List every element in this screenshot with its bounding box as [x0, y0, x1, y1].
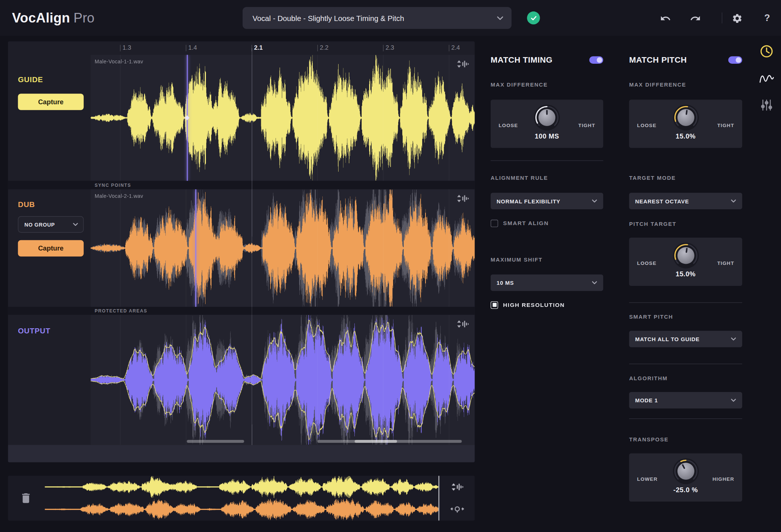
- checkbox-unchecked-icon: [491, 220, 498, 227]
- timing-view-button[interactable]: [757, 41, 777, 61]
- timing-max-difference-knob[interactable]: [533, 104, 561, 132]
- match-pitch-title: MATCH PITCH: [629, 55, 687, 64]
- toggle-knob: [736, 57, 741, 63]
- dub-capture-button[interactable]: Capture: [18, 240, 84, 257]
- sliders-icon: [760, 99, 773, 112]
- smart-pitch-dropdown[interactable]: MATCH ALL TO GUIDE: [629, 331, 742, 347]
- processed-region-indicator[interactable]: [187, 440, 244, 443]
- protected-areas-strip: PROTECTED AREAS: [8, 307, 475, 315]
- waveform-scale-icon: [457, 320, 469, 328]
- maximum-shift-label: MAXIMUM SHIFT: [491, 256, 543, 262]
- pitch-view-button[interactable]: [757, 68, 777, 88]
- gear-icon: [732, 13, 743, 24]
- trash-icon: [20, 492, 32, 505]
- delete-button[interactable]: [8, 476, 44, 521]
- chevron-down-icon: [497, 16, 504, 20]
- chevron-down-icon: [731, 337, 736, 340]
- match-timing-panel: MATCH TIMING MAX DIFFERENCE LOOSE TIGHT …: [491, 41, 603, 325]
- output-waveform-area[interactable]: [91, 315, 474, 445]
- algorithm-dropdown[interactable]: MODE 1: [629, 392, 742, 409]
- output-track: OUTPUT: [8, 315, 475, 445]
- brand-suffix: Pro: [74, 10, 95, 26]
- overview-scale-button[interactable]: [439, 476, 475, 498]
- lower-label: LOWER: [637, 476, 658, 482]
- dub-track-header: DUB NO GROUP Capture: [8, 189, 91, 307]
- dub-file-name: Male-Vocal-2-1.wav: [95, 193, 143, 199]
- transpose-label: TRANSPOSE: [629, 436, 669, 442]
- high-resolution-checkbox[interactable]: HIGH RESOLUTION: [491, 301, 565, 309]
- tight-label: TIGHT: [578, 123, 595, 128]
- smart-align-checkbox[interactable]: SMART ALIGN: [491, 219, 549, 227]
- tight-label: TIGHT: [717, 123, 734, 128]
- pitch-target-control: LOOSE TIGHT 15.0%: [629, 238, 742, 286]
- waveform-scale-icon[interactable]: [457, 320, 469, 330]
- match-timing-toggle[interactable]: [589, 56, 603, 63]
- vocalign-window: VocAlign Pro Vocal - Double - Slightly L…: [0, 0, 781, 532]
- waveform-scale-icon[interactable]: [457, 194, 469, 204]
- dub-sync-marker[interactable]: [195, 189, 196, 307]
- zoom-icon: [450, 505, 464, 514]
- high-resolution-label: HIGH RESOLUTION: [503, 302, 565, 308]
- dub-group-dropdown[interactable]: NO GROUP: [18, 216, 84, 233]
- timing-max-difference-control: LOOSE TIGHT 100 MS: [491, 99, 603, 148]
- guide-waveform[interactable]: [91, 55, 474, 181]
- guide-track-header: GUIDE Capture: [8, 55, 91, 181]
- sync-points-strip: SYNC POINTS: [8, 181, 475, 189]
- loose-label: LOOSE: [498, 123, 518, 128]
- preset-saved-status-icon: [527, 11, 540, 24]
- redo-icon: [690, 13, 701, 24]
- undo-icon: [660, 13, 671, 24]
- loose-label: LOOSE: [637, 260, 656, 266]
- chevron-down-icon: [592, 281, 597, 284]
- alignment-rule-dropdown[interactable]: NORMAL FLEXIBILITY: [491, 193, 603, 209]
- pitch-target-value: 15.0%: [629, 270, 742, 278]
- timing-max-difference-value: 100 MS: [491, 133, 603, 140]
- algorithm-label: ALGORITHM: [629, 375, 668, 381]
- settings-view-button[interactable]: [757, 95, 777, 115]
- waveform-scale-icon[interactable]: [457, 60, 469, 70]
- guide-waveform-area[interactable]: Male-Vocal-1-1.wav: [91, 55, 474, 181]
- undo-button[interactable]: [659, 12, 672, 25]
- chevron-down-icon: [731, 199, 736, 203]
- app-logo: VocAlign Pro: [12, 0, 94, 36]
- match-timing-title: MATCH TIMING: [491, 55, 553, 64]
- guide-capture-button[interactable]: Capture: [18, 94, 84, 110]
- maximum-shift-dropdown[interactable]: 10 MS: [491, 274, 603, 291]
- max-difference-label: MAX DIFFERENCE: [491, 82, 548, 88]
- waveform-scale-icon: [457, 60, 469, 68]
- divider: [629, 364, 742, 364]
- pitch-max-difference-value: 15.0%: [629, 133, 742, 140]
- max-difference-label: MAX DIFFERENCE: [629, 82, 686, 88]
- overview-section: [8, 476, 475, 521]
- processed-region-indicator[interactable]: [317, 440, 462, 443]
- divider: [629, 419, 742, 419]
- transpose-value: -25.0 %: [629, 486, 742, 494]
- overview-guide-waveform[interactable]: [45, 476, 438, 498]
- guide-track-label: GUIDE: [18, 75, 43, 84]
- redo-button[interactable]: [689, 12, 702, 25]
- guide-sync-marker[interactable]: [187, 55, 188, 181]
- target-mode-dropdown[interactable]: NEAREST OCTAVE: [629, 193, 742, 209]
- pitch-target-knob[interactable]: [672, 242, 700, 270]
- dub-waveform-area[interactable]: Male-Vocal-2-1.wav: [91, 189, 474, 307]
- transpose-knob[interactable]: [672, 457, 700, 485]
- preset-selector[interactable]: Vocal - Double - Slightly Loose Timing &…: [242, 7, 511, 29]
- help-icon: ?: [764, 13, 770, 24]
- timeline-ruler[interactable]: 1.3 1.4 2.1 2.2 2.3 2.4: [8, 41, 475, 55]
- overview-dub-waveform[interactable]: [45, 498, 438, 521]
- help-button[interactable]: ?: [761, 11, 774, 24]
- tight-label: TIGHT: [717, 260, 734, 266]
- pitch-max-difference-control: LOOSE TIGHT 15.0%: [629, 99, 742, 148]
- target-mode-label: TARGET MODE: [629, 175, 676, 181]
- dub-waveform[interactable]: [91, 189, 474, 307]
- alignment-rule-value: NORMAL FLEXIBILITY: [497, 198, 560, 204]
- output-waveform[interactable]: [91, 315, 474, 445]
- settings-button[interactable]: [731, 12, 744, 25]
- overview-zoom-button[interactable]: [439, 498, 475, 521]
- pitch-max-difference-knob[interactable]: [672, 104, 700, 132]
- chevron-down-icon: [731, 399, 736, 402]
- pitch-curve-icon: [759, 72, 774, 84]
- smart-pitch-value: MATCH ALL TO GUIDE: [635, 336, 700, 342]
- match-pitch-toggle[interactable]: [728, 56, 742, 63]
- waveform-scale-icon: [457, 194, 469, 203]
